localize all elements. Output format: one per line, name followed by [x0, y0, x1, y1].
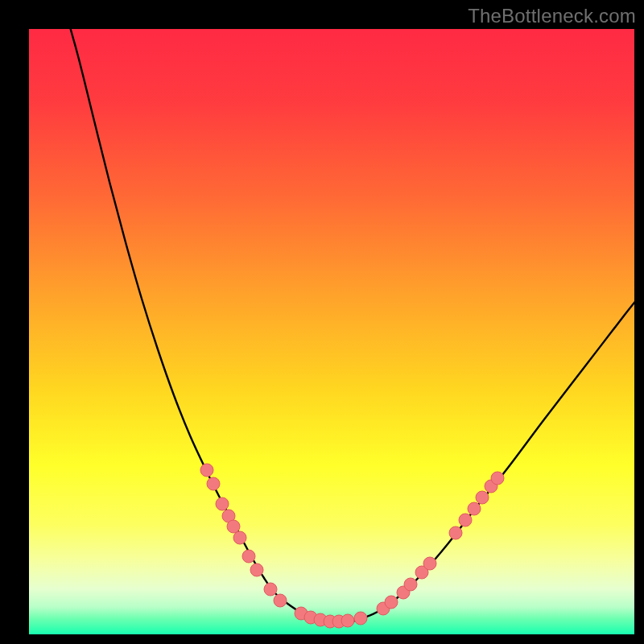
curve-marker: [476, 491, 489, 504]
frame: TheBottleneck.com: [0, 0, 644, 644]
curve-layer: [29, 29, 634, 634]
curve-marker: [274, 594, 287, 607]
watermark-text: TheBottleneck.com: [468, 5, 636, 27]
curve-marker: [216, 497, 229, 510]
curve-marker: [227, 520, 240, 533]
curve-marker: [468, 502, 481, 515]
curve-marker: [423, 557, 436, 570]
curve-marker: [341, 614, 354, 627]
curve-marker: [385, 596, 398, 609]
curve-marker: [250, 564, 263, 576]
curve-marker: [233, 531, 246, 544]
curve-marker: [404, 578, 417, 591]
curve-marker: [449, 526, 462, 539]
plot-area: [29, 29, 634, 634]
curve-marker: [354, 612, 367, 625]
curve-marker: [264, 583, 277, 596]
curve-marker: [459, 514, 472, 526]
curve-marker: [207, 477, 220, 490]
curve-marker: [491, 472, 504, 485]
curve-marker: [200, 464, 213, 477]
curve-marker: [242, 550, 255, 563]
bottleneck-curve: [61, 29, 634, 621]
